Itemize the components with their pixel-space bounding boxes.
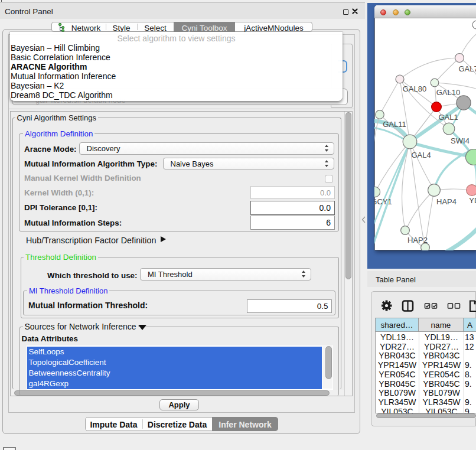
svg-text:SWI4: SWI4	[451, 136, 470, 145]
svg-text:YDR: YDR	[469, 196, 476, 205]
svg-text:GAL1: GAL1	[438, 113, 458, 122]
svg-text:GAL10: GAL10	[436, 88, 460, 97]
svg-text:GAL7: GAL7	[458, 64, 476, 73]
svg-text:HAP2: HAP2	[407, 236, 428, 244]
svg-text:GCY1: GCY1	[374, 197, 392, 206]
svg-text:GAL80: GAL80	[403, 84, 426, 93]
svg-text:HAP4: HAP4	[436, 197, 457, 206]
svg-text:GAL4: GAL4	[411, 151, 431, 159]
svg-text:GAL11: GAL11	[383, 120, 406, 129]
